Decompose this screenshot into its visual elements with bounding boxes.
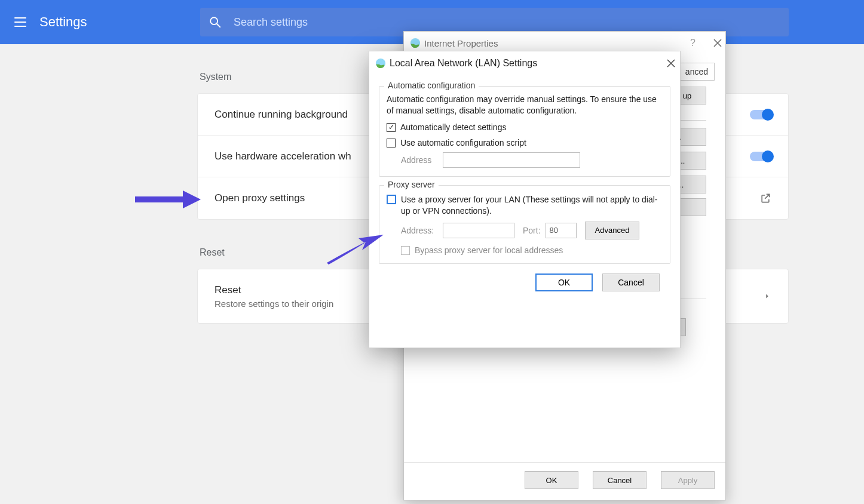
toggle-on[interactable]: [750, 152, 771, 161]
lan-titlebar: Local Area Network (LAN) Settings: [369, 51, 680, 75]
auto-detect-row[interactable]: Automatically detect settings: [387, 122, 663, 132]
svg-line-1: [217, 24, 220, 27]
proxy-port-input[interactable]: [546, 223, 577, 238]
proxy-server-group: Proxy server Use a proxy server for your…: [379, 185, 670, 264]
lan-body: Automatic configuration Automatic config…: [369, 75, 680, 300]
auto-script-label: Use automatic configuration script: [400, 138, 526, 147]
ip-title: Internet Properties: [424, 38, 690, 48]
script-address-row: Address: [401, 152, 663, 168]
tab-advanced[interactable]: anced: [679, 63, 715, 81]
bypass-label: Bypass proxy server for local addresses: [415, 245, 563, 255]
menu-icon[interactable]: [14, 17, 26, 27]
proxy-address-input[interactable]: [443, 223, 514, 238]
script-address-input[interactable]: [443, 152, 580, 168]
annotation-arrow-icon: [135, 189, 201, 210]
search-input[interactable]: [232, 16, 789, 29]
use-proxy-row[interactable]: Use a proxy server for your LAN (These s…: [387, 194, 663, 217]
external-link-icon: [759, 192, 771, 204]
lan-title: Local Area Network (LAN) Settings: [390, 58, 667, 69]
lan-settings-dialog: Local Area Network (LAN) Settings Automa…: [369, 51, 681, 348]
cancel-button[interactable]: Cancel: [602, 273, 660, 291]
auto-detect-label: Automatically detect settings: [400, 122, 506, 132]
auto-config-legend: Automatic configuration: [384, 81, 479, 90]
checkbox-icon[interactable]: [401, 246, 410, 255]
apply-button[interactable]: Apply: [661, 471, 715, 489]
page-title: Settings: [39, 14, 87, 30]
proxy-address-row: Address: Port: Advanced: [401, 222, 663, 239]
proxy-address-label: Address:: [401, 226, 443, 235]
auto-config-desc: Automatic configuration may override man…: [387, 94, 663, 116]
checkbox-checked-icon[interactable]: [387, 123, 396, 132]
close-icon[interactable]: [713, 39, 722, 47]
toggle-on[interactable]: [750, 110, 771, 119]
chevron-right-icon: [763, 292, 771, 300]
checkbox-icon[interactable]: [387, 139, 396, 147]
globe-icon: [375, 58, 386, 69]
search-icon: [209, 16, 222, 29]
proxy-port-label: Port:: [523, 226, 541, 235]
bypass-row[interactable]: Bypass proxy server for local addresses: [401, 245, 663, 255]
ip-footer: OK Cancel Apply: [404, 462, 725, 500]
ok-button[interactable]: OK: [525, 471, 578, 489]
advanced-button[interactable]: Advanced: [585, 222, 640, 239]
address-label: Address: [401, 155, 443, 165]
auto-config-group: Automatic configuration Automatic config…: [379, 86, 670, 177]
ok-button[interactable]: OK: [535, 273, 593, 291]
annotation-arrow-icon: [324, 230, 390, 266]
use-proxy-label: Use a proxy server for your LAN (These s…: [401, 194, 663, 217]
globe-icon: [410, 38, 421, 48]
auto-script-row[interactable]: Use automatic configuration script: [387, 138, 663, 147]
help-icon[interactable]: ?: [690, 38, 696, 48]
close-icon[interactable]: [667, 59, 675, 67]
lan-footer: OK Cancel: [379, 264, 670, 291]
checkbox-icon[interactable]: [387, 195, 396, 204]
cancel-button[interactable]: Cancel: [593, 471, 647, 489]
proxy-legend: Proxy server: [384, 180, 439, 189]
